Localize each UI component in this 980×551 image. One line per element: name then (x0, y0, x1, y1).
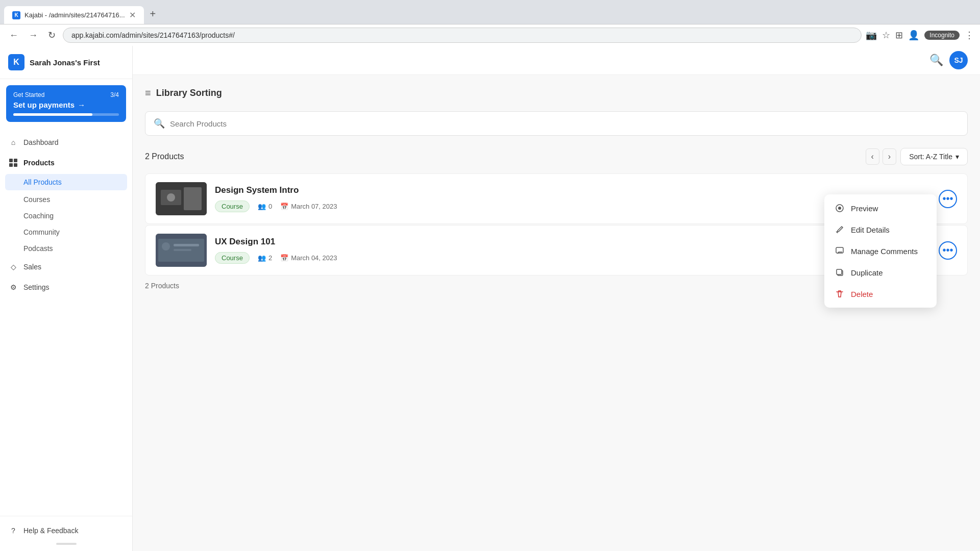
sort-label: Sort: A-Z Title (909, 153, 952, 161)
browser-tabs: K Kajabi - /admin/sites/214764716... ✕ + (0, 0, 980, 24)
user-avatar[interactable]: SJ (949, 51, 968, 69)
library-sorting-icon: ≡ (145, 87, 151, 99)
new-tab-button[interactable]: + (144, 4, 162, 24)
app-logo: K (8, 54, 24, 70)
pagination-nav: ‹ › (866, 148, 897, 165)
sidebar-sub-item-podcasts[interactable]: Podcasts (0, 240, 132, 257)
settings-icon: ⚙ (8, 282, 18, 292)
sidebar-scrollbar (56, 543, 77, 545)
sidebar-sub-item-all-products[interactable]: All Products (5, 174, 127, 190)
sidebar-sub-item-courses[interactable]: Courses (0, 191, 132, 208)
tab-title: Kajabi - /admin/sites/214764716... (24, 11, 125, 19)
get-started-banner[interactable]: Get Started 3/4 Set up payments → (6, 85, 126, 122)
sidebar-item-sales[interactable]: ◇ Sales (0, 257, 132, 277)
next-page-button[interactable]: › (883, 148, 896, 165)
main-content: 🔍 SJ ≡ Library Sorting 🔍 2 Products (133, 46, 980, 551)
app-container: K Sarah Jonas's First Get Started 3/4 Se… (0, 46, 980, 551)
address-bar[interactable] (63, 28, 862, 43)
sidebar-nav: ⌂ Dashboard Products (0, 128, 132, 302)
products-count-label: 2 Products (145, 152, 184, 161)
browser-right-icons: 📷 ☆ ⊞ 👤 Incognito ⋮ (866, 30, 974, 41)
product-name-ux-design: UX Design 101 (215, 237, 930, 247)
product-type-badge-design-system: Course (215, 201, 250, 212)
sidebar-item-sales-label: Sales (23, 263, 41, 271)
search-icon[interactable]: 🔍 (929, 54, 943, 67)
product-date-ux-design: 📅 March 04, 2023 (280, 254, 337, 262)
sort-button[interactable]: Sort: A-Z Title ▾ (900, 148, 968, 165)
edit-icon (835, 225, 845, 234)
tab-close-button[interactable]: ✕ (129, 10, 136, 20)
context-edit-label: Edit Details (851, 226, 890, 234)
top-bar: 🔍 SJ (133, 46, 980, 75)
context-menu-delete[interactable]: Delete (824, 283, 937, 305)
active-tab[interactable]: K Kajabi - /admin/sites/214764716... ✕ (4, 6, 144, 24)
tab-favicon: K (12, 11, 20, 19)
sidebar-item-help-label: Help & Feedback (23, 527, 78, 535)
sort-chevron-icon: ▾ (955, 153, 959, 161)
back-button[interactable]: ← (6, 28, 21, 43)
product-menu-button-design-system[interactable]: ••• (939, 190, 957, 208)
product-members-ux-design: 👥 2 (258, 254, 272, 262)
context-duplicate-label: Duplicate (851, 268, 883, 277)
browser-chrome: K Kajabi - /admin/sites/214764716... ✕ +… (0, 0, 980, 46)
sidebar-item-products[interactable]: Products (0, 153, 132, 173)
get-started-cta: Set up payments → (13, 101, 119, 109)
product-meta-ux-design: Course 👥 2 📅 March 04, 2023 (215, 252, 930, 264)
svg-rect-16 (174, 244, 199, 246)
search-bar-icon: 🔍 (154, 118, 165, 129)
svg-rect-0 (9, 159, 13, 162)
sidebar: K Sarah Jonas's First Get Started 3/4 Se… (0, 46, 133, 551)
sidebar-item-settings-label: Settings (23, 283, 50, 291)
page-content: ≡ Library Sorting 🔍 2 Products ‹ › (133, 75, 980, 551)
product-info-design-system: Design System Intro Course 👥 0 📅 March 0… (215, 185, 930, 212)
context-menu-manage-comments[interactable]: Manage Comments (824, 240, 937, 262)
delete-icon (835, 289, 845, 298)
extension-icon[interactable]: ⊞ (895, 30, 903, 41)
products-toolbar: 2 Products ‹ › Sort: A-Z Title ▾ (145, 148, 968, 165)
product-info-ux-design: UX Design 101 Course 👥 2 📅 March 04, 202… (215, 237, 930, 264)
sidebar-bottom: ? Help & Feedback (0, 516, 132, 551)
sidebar-sub-item-community[interactable]: Community (0, 224, 132, 240)
prev-page-button[interactable]: ‹ (866, 148, 879, 165)
reload-button[interactable]: ↻ (45, 28, 59, 43)
products-icon (8, 158, 18, 168)
sidebar-item-dashboard[interactable]: ⌂ Dashboard (0, 132, 132, 153)
product-name-design-system: Design System Intro (215, 185, 930, 195)
incognito-badge: Incognito (924, 31, 960, 40)
bookmark-icon[interactable]: ☆ (882, 30, 890, 41)
svg-rect-12 (837, 269, 842, 274)
context-menu-preview[interactable]: Preview (824, 197, 937, 219)
sales-icon: ◇ (8, 262, 18, 272)
product-card-design-system-intro: Design System Intro Course 👥 0 📅 March 0… (145, 173, 968, 224)
get-started-progress-bar-fill (13, 113, 92, 116)
sidebar-sub-item-coaching[interactable]: Coaching (0, 208, 132, 224)
browser-toolbar: ← → ↻ 📷 ☆ ⊞ 👤 Incognito ⋮ (0, 24, 980, 46)
svg-rect-3 (14, 163, 17, 167)
product-menu-button-ux-design[interactable]: ••• (939, 241, 957, 260)
get-started-label: Get Started (13, 91, 44, 98)
get-started-top: Get Started 3/4 (13, 91, 119, 98)
get-started-progress: 3/4 (110, 91, 119, 98)
search-products-input[interactable] (170, 119, 959, 128)
camera-icon[interactable]: 📷 (866, 30, 877, 41)
svg-point-9 (838, 207, 841, 210)
sidebar-products-subnav: All Products Courses Coaching Community … (0, 174, 132, 257)
menu-icon[interactable]: ⋮ (965, 30, 974, 41)
context-menu-edit-details[interactable]: Edit Details (824, 219, 937, 240)
sidebar-item-help[interactable]: ? Help & Feedback (0, 520, 132, 541)
get-started-progress-bar-track (13, 113, 119, 116)
sidebar-item-settings[interactable]: ⚙ Settings (0, 277, 132, 297)
page-header: ≡ Library Sorting (145, 87, 968, 99)
search-bar-container: 🔍 (145, 111, 968, 136)
product-type-badge-ux-design: Course (215, 252, 250, 264)
profile-icon[interactable]: 👤 (908, 30, 919, 41)
dashboard-icon: ⌂ (8, 137, 18, 147)
context-delete-label: Delete (851, 290, 873, 298)
calendar-icon: 📅 (280, 203, 288, 210)
forward-button[interactable]: → (26, 28, 41, 43)
context-menu-duplicate[interactable]: Duplicate (824, 262, 937, 283)
people-icon: 👥 (258, 203, 266, 210)
people-icon-2: 👥 (258, 254, 266, 262)
calendar-icon-2: 📅 (280, 254, 288, 262)
product-members-design-system: 👥 0 (258, 203, 272, 210)
